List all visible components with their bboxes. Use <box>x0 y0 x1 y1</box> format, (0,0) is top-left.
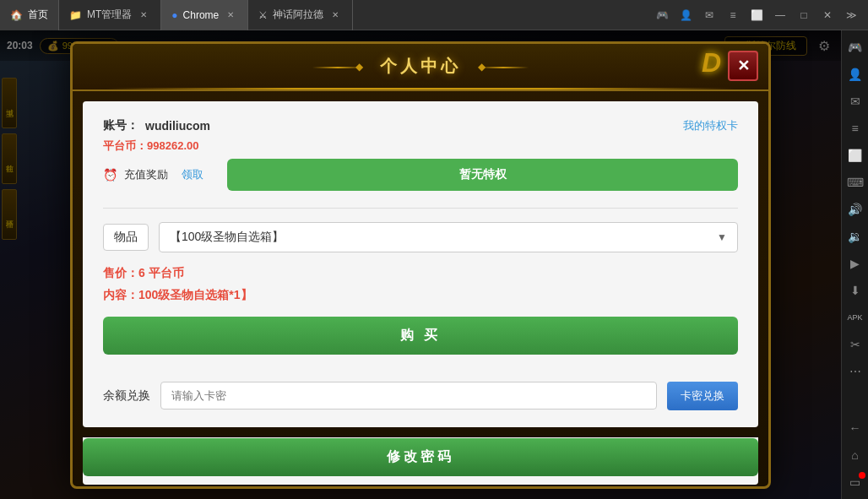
close-mt-tab-button[interactable]: ✕ <box>137 8 150 22</box>
close-window-button[interactable]: ✕ <box>817 5 838 25</box>
modal-title: 个人中心 <box>363 55 478 78</box>
platform-coins-row: 平台币：998262.00 <box>103 138 738 154</box>
minimize-ctrl-button[interactable]: — <box>770 5 790 25</box>
redeem-button[interactable]: 卡密兑换 <box>667 382 738 410</box>
account-value: wudiliucom <box>145 119 210 133</box>
expand-ctrl-button[interactable]: ≫ <box>841 5 861 25</box>
volume-down-sidebar-button[interactable]: 🔉 <box>844 225 867 248</box>
user-sidebar-button[interactable]: 👤 <box>844 62 867 86</box>
hamburger-ctrl-button[interactable]: ≡ <box>723 5 743 25</box>
home-tab-label: 首页 <box>28 8 48 22</box>
item-select-text: 【100级圣物自选箱】 <box>170 230 284 245</box>
modal-container: 个人中心 D ✕ 账号： wudiliucom 我的特权卡 <box>70 41 771 489</box>
modal-close-button[interactable]: ✕ <box>728 51 758 81</box>
recent-sidebar-button[interactable]: ▭ <box>844 470 867 494</box>
game-tab-icon: ⚔ <box>258 9 268 21</box>
download-sidebar-button[interactable]: ⬇ <box>844 279 867 302</box>
claim-link[interactable]: 领取 <box>182 167 203 182</box>
modal-overlay: 个人中心 D ✕ 账号： wudiliucom 我的特权卡 <box>0 30 841 499</box>
shop-section: 物品 【100级圣物自选箱】 ▼ 售价：6 平台币 内容：100级圣物自选箱*1… <box>103 222 738 368</box>
modal-header: 个人中心 D ✕ <box>73 44 768 91</box>
window-ctrl-button[interactable]: ⬜ <box>746 5 767 25</box>
section-divider-1 <box>103 208 738 209</box>
modal-body: 账号： wudiliucom 我的特权卡 平台币：998262.00 ⏰ 充值奖… <box>83 101 758 427</box>
account-label: 账号： <box>103 118 138 133</box>
mt-tab-label: MT管理器 <box>87 8 132 22</box>
gamepad-ctrl-button[interactable]: 🎮 <box>652 5 672 25</box>
buy-button[interactable]: 购 买 <box>103 317 738 355</box>
menu-sidebar-button[interactable]: ≡ <box>844 117 867 140</box>
chrome-tab-label: Chrome <box>183 9 220 21</box>
keyboard-sidebar-button[interactable]: ⌨ <box>844 171 867 194</box>
play-sidebar-button[interactable]: ▶ <box>844 252 867 275</box>
more-sidebar-button[interactable]: ⋯ <box>844 360 867 383</box>
browser-bar: 🏠 首页 📁 MT管理器 ✕ ● Chrome ✕ ⚔ 神话阿拉德 ✕ 🎮 👤 … <box>0 0 868 30</box>
redeem-input[interactable] <box>160 382 657 410</box>
close-chrome-tab-button[interactable]: ✕ <box>224 8 237 22</box>
volume-up-sidebar-button[interactable]: 🔊 <box>844 198 867 221</box>
gamepad-sidebar-button[interactable]: 🎮 <box>844 35 867 59</box>
item-row: 物品 【100级圣物自选箱】 ▼ <box>103 222 738 252</box>
redeem-label: 余额兑换 <box>103 388 150 404</box>
chrome-tab-icon: ● <box>171 9 177 21</box>
user-ctrl-button[interactable]: 👤 <box>675 5 696 25</box>
maximize-ctrl-button[interactable]: □ <box>794 5 814 25</box>
game-tab-label: 神话阿拉德 <box>273 8 323 22</box>
right-sidebar: 🎮 👤 ✉ ≡ ⬜ ⌨ 🔊 🔉 ▶ ⬇ APK ✂ ⋯ ← ⌂ ▭ <box>841 30 868 499</box>
account-section: 账号： wudiliucom 我的特权卡 平台币：998262.00 ⏰ 充值奖… <box>103 118 738 191</box>
d-logo: D <box>702 47 721 79</box>
back-sidebar-button[interactable]: ← <box>844 416 867 440</box>
window-sidebar-button[interactable]: ⬜ <box>844 144 867 167</box>
tab-chrome[interactable]: ● Chrome ✕ <box>161 0 248 30</box>
chevron-down-icon: ▼ <box>717 231 727 243</box>
price-row: 售价：6 平台币 <box>103 266 738 281</box>
modal-scroll[interactable]: 账号： wudiliucom 我的特权卡 平台币：998262.00 ⏰ 充值奖… <box>73 91 768 488</box>
content-row: 内容：100级圣物自选箱*1】 <box>103 288 738 303</box>
home-tab-icon: 🏠 <box>10 9 23 21</box>
recharge-icon: ⏰ <box>103 168 117 182</box>
recharge-label: 充值奖励 <box>124 167 168 182</box>
apk-sidebar-button[interactable]: APK <box>844 306 867 329</box>
tab-home[interactable]: 🏠 首页 <box>0 0 59 30</box>
game-area: 20:03 💰 9969/9969+ 伊斯特尔防线 ⚙ 主城 前往 循环 个人中… <box>0 30 841 499</box>
item-label: 物品 <box>103 224 149 251</box>
platform-coins: 平台币：998262.00 <box>103 138 198 154</box>
privilege-box: 暂无特权 <box>227 159 738 191</box>
redeem-row: 余额兑换 卡密兑换 <box>103 382 738 410</box>
change-password-button[interactable]: 修改密码 <box>83 438 758 476</box>
privilege-link[interactable]: 我的特权卡 <box>683 118 738 133</box>
home-sidebar-button[interactable]: ⌂ <box>844 443 867 467</box>
recharge-row: ⏰ 充值奖励 领取 暂无特权 <box>103 159 738 191</box>
tab-mt[interactable]: 📁 MT管理器 ✕ <box>59 0 161 30</box>
tab-game[interactable]: ⚔ 神话阿拉德 ✕ <box>248 0 353 30</box>
mail-ctrl-button[interactable]: ✉ <box>699 5 719 25</box>
scissors-sidebar-button[interactable]: ✂ <box>844 333 867 356</box>
mt-tab-icon: 📁 <box>69 9 82 21</box>
title-decoration-right <box>478 54 529 79</box>
browser-controls: 🎮 👤 ✉ ≡ ⬜ — □ ✕ ≫ <box>652 5 868 25</box>
modal-title-bar <box>106 88 735 89</box>
item-select-dropdown[interactable]: 【100级圣物自选箱】 ▼ <box>159 222 738 252</box>
modal-title-wrap: 个人中心 <box>312 54 529 79</box>
mail-sidebar-button[interactable]: ✉ <box>844 89 867 113</box>
title-decoration-left <box>312 54 363 79</box>
account-row: 账号： wudiliucom 我的特权卡 <box>103 118 738 133</box>
close-game-tab-button[interactable]: ✕ <box>328 8 342 22</box>
